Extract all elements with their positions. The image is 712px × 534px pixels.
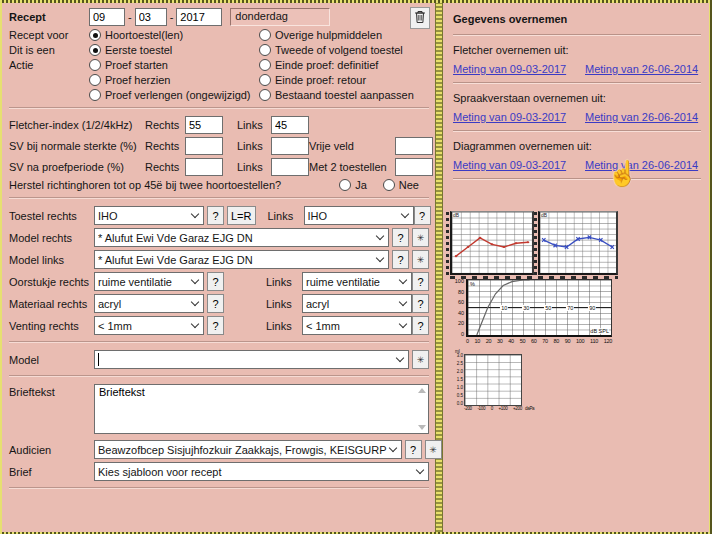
radio-einde-definitief[interactable]: Einde proef: definitief xyxy=(259,59,378,71)
scroll-down-icon[interactable] xyxy=(418,425,426,430)
radio-proef-verlengen[interactable]: Proef verlengen (ongewijzigd) xyxy=(89,89,259,101)
radio-proef-herzien[interactable]: Proef herzien xyxy=(89,74,259,86)
radio-bestaand-aanpassen[interactable]: Bestaand toestel aanpassen xyxy=(259,89,414,101)
diagrammen-meting-link-1[interactable]: Meting van 09-03-2017 xyxy=(453,159,585,171)
tick-label: 20 xyxy=(486,338,492,344)
model-free-combo[interactable] xyxy=(94,350,409,369)
tick-label: 90 xyxy=(565,338,571,344)
oorstukje-links-combo[interactable]: ruime ventilatie xyxy=(302,272,412,291)
refline-label: 30 xyxy=(522,305,530,311)
spraakverstaan-meting-link-2[interactable]: Meting van 26-06-2014 xyxy=(585,111,698,123)
venting-rechts-combo[interactable]: < 1mm xyxy=(94,316,204,335)
model-links-help-button[interactable]: ? xyxy=(392,250,409,269)
radio-tweede-toestel[interactable]: Tweede of volgend toestel xyxy=(259,44,403,56)
sv-proef-rechts-input[interactable] xyxy=(185,158,223,176)
radio-icon xyxy=(259,89,271,101)
radio-einde-retour[interactable]: Einde proef: retour xyxy=(259,74,366,86)
fletcher-meting-link-1[interactable]: Meting van 09-03-2017 xyxy=(453,63,585,75)
date-month-input[interactable] xyxy=(135,8,167,26)
radio-ja[interactable]: Ja xyxy=(339,179,367,191)
sv-proef-links-input[interactable] xyxy=(271,158,309,176)
tick-label: 1.5 xyxy=(457,378,463,382)
asterisk-icon: ✳ xyxy=(417,355,425,365)
asterisk-icon: ✳ xyxy=(417,233,425,243)
vrije-veld-input[interactable] xyxy=(395,137,433,155)
fletcher-rechts-input[interactable] xyxy=(185,116,223,134)
model-links-wizard-button[interactable]: ✳ xyxy=(412,250,429,269)
dit-is-een-row: Dit is een Eerste toestel Tweede of volg… xyxy=(9,44,429,56)
herstel-row: Herstel richtinghoren tot op 45ë bij twe… xyxy=(9,179,429,191)
lr-copy-button[interactable]: L=R xyxy=(227,206,256,225)
model-rechts-wizard-button[interactable]: ✳ xyxy=(412,228,429,247)
radio-icon xyxy=(259,29,271,41)
actie-row-2: Proef herzien Einde proef: retour xyxy=(9,74,429,86)
tick-label: -100 xyxy=(477,406,485,412)
radio-overige-hulpmiddelen[interactable]: Overige hulpmiddelen xyxy=(259,29,382,41)
spraakverstaan-meting-link-1[interactable]: Meting van 09-03-2017 xyxy=(453,111,585,123)
chevron-down-icon xyxy=(399,299,408,308)
radio-proef-starten[interactable]: Proef starten xyxy=(89,59,259,71)
refline-label: 50 xyxy=(544,305,552,311)
scroll-up-icon[interactable] xyxy=(418,388,426,393)
materiaal-links-combo[interactable]: acryl xyxy=(302,294,412,313)
model-links-row: Model links * Alufut Ewi Vde Garaz EJG D… xyxy=(9,250,429,269)
audicien-combo[interactable]: Beawzofbcep Sisjujhfozkuir Zaakkajs, Fro… xyxy=(94,440,402,459)
model-rechts-row: Model rechts * Alufut Ewi Vde Garaz EJG … xyxy=(9,228,429,247)
dapa-unit-label: daPa xyxy=(525,406,534,412)
model-rechts-help-button[interactable]: ? xyxy=(392,228,409,247)
materiaal-rechts-label: Materiaal rechts xyxy=(9,298,94,310)
model-free-wizard-button[interactable]: ✳ xyxy=(412,350,429,369)
gegevens-overnemen-panel: Gegevens overnemen Fletcher overnemen ui… xyxy=(443,3,709,532)
herstel-label: Herstel richtinghoren tot op 45ë bij twe… xyxy=(9,179,281,191)
venting-links-combo[interactable]: < 1mm xyxy=(302,316,412,335)
fletcher-section-label: Fletcher overnemen uit: xyxy=(453,44,701,56)
brieftekst-textarea[interactable]: Brieftekst xyxy=(94,384,429,434)
met-2-toestellen-input[interactable] xyxy=(395,158,433,176)
date-day-input[interactable] xyxy=(89,8,125,26)
audicien-wizard-button[interactable]: ✳ xyxy=(425,440,442,459)
vrije-veld-label: Vrije veld xyxy=(309,140,395,152)
radio-icon xyxy=(383,179,395,191)
brief-combo[interactable]: Kies sjabloon voor recept xyxy=(94,462,429,481)
toestel-rechts-label: Toestel rechts xyxy=(9,210,94,222)
toestel-links-combo[interactable]: IHO xyxy=(304,206,414,225)
sv-normaal-row: SV bij normale sterkte (%) Rechts Links … xyxy=(9,137,429,155)
radio-eerste-toestel[interactable]: Eerste toestel xyxy=(89,44,259,56)
date-year-input[interactable] xyxy=(176,8,222,26)
toestel-rechts-combo[interactable]: IHO xyxy=(94,206,204,225)
venting-rechts-help-button[interactable]: ? xyxy=(207,316,224,335)
radio-icon xyxy=(259,74,271,86)
venting-links-help-button[interactable]: ? xyxy=(412,316,429,335)
tick-label: +200 xyxy=(513,406,522,412)
model-rechts-label: Model rechts xyxy=(9,232,94,244)
tick-label: 2.0 xyxy=(457,370,463,374)
percent-axis-label: % xyxy=(470,281,475,287)
radio-hoortoestellen[interactable]: Hoortoestel(len) xyxy=(89,29,259,41)
text-caret xyxy=(98,353,99,366)
diagram-previews: dB dB 100806040200 % dB SPL 1030507090 0… xyxy=(443,205,709,525)
toestel-links-help-button[interactable]: ? xyxy=(414,206,431,225)
sv-normaal-links-input[interactable] xyxy=(271,137,309,155)
fletcher-links-input[interactable] xyxy=(271,116,309,134)
fletcher-meting-link-2[interactable]: Meting van 26-06-2014 xyxy=(585,63,698,75)
materiaal-rechts-combo[interactable]: acryl xyxy=(94,294,204,313)
fletcher-row: Fletcher-index (1/2/4kHz) Rechts Links xyxy=(9,116,429,134)
sidebar-title: Gegevens overnemen xyxy=(453,13,701,25)
oorstukje-rechts-help-button[interactable]: ? xyxy=(207,272,224,291)
toestel-rechts-help-button[interactable]: ? xyxy=(207,206,224,225)
model-rechts-combo[interactable]: * Alufut Ewi Vde Garaz EJG DN xyxy=(94,228,389,247)
materiaal-links-help-button[interactable]: ? xyxy=(412,294,429,313)
sv-normaal-rechts-input[interactable] xyxy=(185,137,223,155)
materiaal-rechts-help-button[interactable]: ? xyxy=(207,294,224,313)
oorstukje-rechts-combo[interactable]: ruime ventilatie xyxy=(94,272,204,291)
sv-normaal-label: SV bij normale sterkte (%) xyxy=(9,140,145,152)
diagrammen-section-label: Diagrammen overnemen uit: xyxy=(453,140,701,152)
oorstukje-row: Oorstukje rechts ruime ventilatie ? Link… xyxy=(9,272,429,291)
oorstukje-links-help-button[interactable]: ? xyxy=(412,272,429,291)
audicien-help-button[interactable]: ? xyxy=(405,440,422,459)
trash-button[interactable] xyxy=(410,7,430,29)
model-label: Model xyxy=(9,354,94,366)
diagrammen-meting-link-2[interactable]: Meting van 26-06-2014 xyxy=(585,159,698,171)
radio-nee[interactable]: Nee xyxy=(383,179,419,191)
model-links-combo[interactable]: * Alufut Ewi Vde Garaz EJG DN xyxy=(94,250,389,269)
